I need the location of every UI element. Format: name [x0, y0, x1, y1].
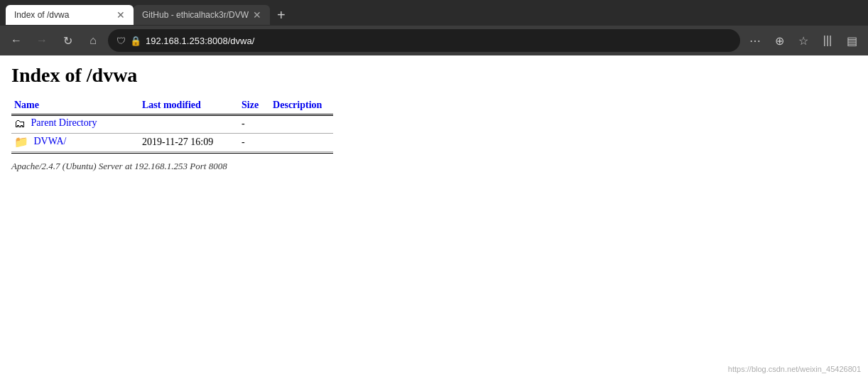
forward-icon: →	[36, 34, 48, 47]
bookmark-button[interactable]: ☆	[793, 30, 814, 51]
page-content: Index of /dvwa Name Last modified Size D…	[0, 55, 868, 181]
more-button[interactable]: ⋯	[744, 30, 766, 51]
forward-button[interactable]: →	[31, 30, 53, 51]
table-header-row: Name Last modified Size Description	[11, 98, 333, 114]
tab-github-close[interactable]: ✕	[253, 10, 261, 20]
directory-table: Name Last modified Size Description	[11, 98, 333, 154]
tab-github-title: GitHub - ethicalhack3r/DVW	[142, 10, 249, 20]
tab-index-title: Index of /dvwa	[14, 10, 112, 20]
col-header-desc-link[interactable]: Description	[273, 100, 322, 110]
lock-icon: 🔒	[130, 36, 141, 46]
dvwa-dir-desc	[270, 134, 333, 152]
parent-dir-size: -	[239, 116, 270, 134]
footer-separator-row	[11, 152, 333, 154]
reader-button[interactable]: ▤	[841, 30, 862, 51]
table-row: 📁 DVWA/ 2019-11-27 16:09 -	[11, 134, 333, 152]
table-row: 🗂 Parent Directory -	[11, 116, 333, 134]
back-icon: ←	[11, 34, 22, 47]
reload-button[interactable]: ↻	[57, 30, 78, 51]
pocket-icon: ⊕	[775, 34, 784, 48]
pocket-button[interactable]: ⊕	[769, 30, 790, 51]
dvwa-dir-date: 2019-11-27 16:09	[139, 134, 239, 152]
col-header-name: Name	[11, 98, 139, 114]
library-button[interactable]: |||	[817, 30, 838, 51]
home-button[interactable]: ⌂	[82, 30, 104, 51]
home-icon: ⌂	[89, 34, 97, 47]
dvwa-dir-size: -	[239, 134, 270, 152]
parent-dir-icon: 🗂	[14, 117, 26, 130]
nav-bar: ← → ↻ ⌂ 🛡 🔒 ⋯ ⊕ ☆ |||	[0, 26, 868, 55]
col-header-date: Last modified	[139, 98, 239, 114]
col-header-desc: Description	[270, 98, 333, 114]
col-header-date-link[interactable]: Last modified	[142, 100, 201, 110]
reload-icon: ↻	[63, 34, 72, 48]
library-icon: |||	[823, 34, 832, 47]
nav-right-buttons: ⋯ ⊕ ☆ ||| ▤	[744, 30, 862, 51]
address-bar-container: 🛡 🔒	[108, 29, 740, 52]
browser-chrome: Index of /dvwa ✕ GitHub - ethicalhack3r/…	[0, 0, 868, 55]
tab-github[interactable]: GitHub - ethicalhack3r/DVW ✕	[134, 5, 270, 25]
dvwa-dir-link[interactable]: DVWA/	[34, 136, 67, 146]
shield-icon: 🛡	[116, 36, 126, 46]
parent-dir-cell: 🗂 Parent Directory	[11, 116, 139, 134]
page-title: Index of /dvwa	[11, 64, 857, 87]
col-header-size: Size	[239, 98, 270, 114]
tab-bar: Index of /dvwa ✕ GitHub - ethicalhack3r/…	[0, 0, 868, 26]
parent-dir-link[interactable]: Parent Directory	[31, 117, 97, 128]
tab-index-close[interactable]: ✕	[116, 10, 125, 20]
back-button[interactable]: ←	[6, 30, 27, 51]
folder-icon: 📁	[14, 135, 28, 149]
star-icon: ☆	[798, 34, 808, 48]
tab-index[interactable]: Index of /dvwa ✕	[6, 5, 134, 25]
server-info: Apache/2.4.7 (Ubuntu) Server at 192.168.…	[11, 161, 857, 172]
col-header-name-link[interactable]: Name	[14, 100, 39, 110]
new-tab-button[interactable]: +	[274, 8, 288, 22]
col-header-size-link[interactable]: Size	[242, 100, 259, 110]
address-input[interactable]	[146, 36, 732, 46]
reader-icon: ▤	[847, 34, 857, 48]
parent-dir-desc	[270, 116, 333, 134]
more-icon: ⋯	[749, 34, 761, 48]
parent-dir-date	[139, 116, 239, 134]
dvwa-dir-cell: 📁 DVWA/	[11, 134, 139, 152]
